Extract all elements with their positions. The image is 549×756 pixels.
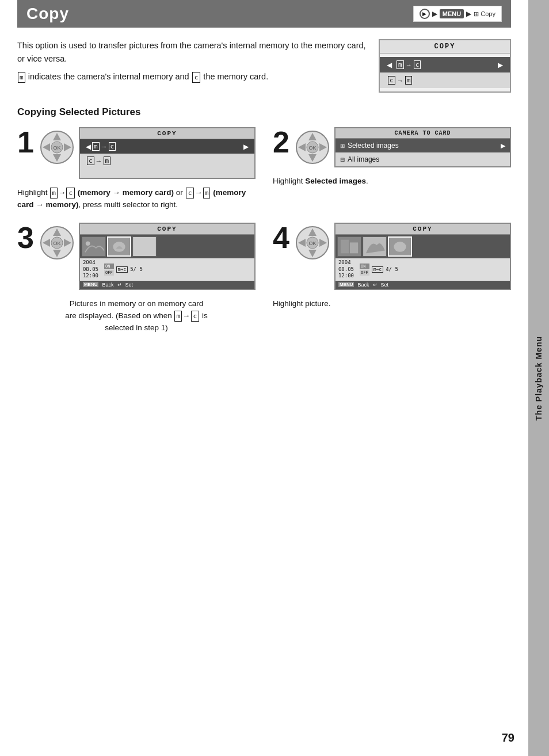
step-3-mem-indicator: m→c <box>116 266 128 273</box>
step-4: 4 OK COPY <box>273 223 511 334</box>
copy-menu-box: COPY ◀ m → c ▶ c → m <box>379 39 511 93</box>
step-4-date: 200408.0512:00 <box>338 259 354 280</box>
menu-icon: MENU <box>440 9 464 18</box>
step-4-dpad: OK <box>295 226 330 260</box>
step-4-screen: COPY 2 <box>334 223 511 290</box>
step-1-item-2: c → m <box>80 154 254 168</box>
step-1-mem: m <box>92 142 100 151</box>
off-btn-3: OFF <box>104 270 114 276</box>
enter-icon-3: ↵ <box>117 282 122 288</box>
copy-menu-item-2: c → m <box>380 72 510 88</box>
step-1-content: OK COPY ◀ m → c ▶ <box>40 127 256 179</box>
on-btn-4: ON <box>360 264 369 269</box>
step-2-item-all: ⊟ All images <box>336 152 510 166</box>
step-1-arrow-l: ◀ <box>86 143 91 151</box>
arrow-right-1: ▶ <box>498 61 503 69</box>
step-2-number: 2 <box>273 127 289 157</box>
copy-menu-item-1: ◀ m → c ▶ <box>380 57 510 72</box>
all-images-label: All images <box>348 155 379 163</box>
intro-section: This option is used to transfer pictures… <box>17 39 511 93</box>
step-4-counter: 4/ 5 <box>386 266 398 272</box>
enter-icon-4: ↵ <box>373 282 378 288</box>
set-label-4: Set <box>381 282 389 288</box>
step-1-card: c <box>109 142 116 151</box>
intro-text: This option is used to transfer pictures… <box>17 39 367 93</box>
menu-btn-3: MENU <box>83 282 99 287</box>
step-2-item-selected: ⊞ Selected images ▶ <box>336 139 510 152</box>
card-symbol: c <box>192 72 201 83</box>
selected-images-label: Selected images <box>348 142 399 150</box>
on-btn-3: ON <box>104 264 114 269</box>
svg-text:OK: OK <box>308 145 316 151</box>
thumb-4-2 <box>363 236 387 257</box>
thumb-4-3 <box>388 236 412 257</box>
section-heading: Copying Selected Pictures <box>17 106 511 118</box>
back-label-3: Back <box>102 282 113 288</box>
step-2-arrow-r: ▶ <box>501 142 505 150</box>
page-title: Copy <box>26 5 69 23</box>
step-2-title: CAMERA TO CARD <box>336 128 510 139</box>
mem-sym-2: m <box>405 76 413 85</box>
svg-rect-35 <box>350 242 358 253</box>
svg-point-22 <box>86 241 90 246</box>
svg-text:OK: OK <box>53 240 60 246</box>
copy-menu-title: COPY <box>380 40 510 54</box>
step-4-number: 4 <box>273 223 289 253</box>
step-3-bottom: MENU Back ↵ Set <box>80 281 254 289</box>
menu-btn-4: MENU <box>338 282 354 287</box>
card-sym-1: c <box>414 60 421 69</box>
mem-sym-1: m <box>396 60 404 69</box>
step-2-content: OK CAMERA TO CARD ⊞ Selected images ▶ ⊟ … <box>295 127 511 167</box>
step-2-screen: CAMERA TO CARD ⊞ Selected images ▶ ⊟ All… <box>334 127 511 167</box>
step-3-number: 3 <box>17 223 34 253</box>
svg-text:OK: OK <box>308 240 316 246</box>
step-4-title: COPY <box>336 224 510 235</box>
step-3: 3 OK COPY <box>17 223 256 334</box>
step-1-dpad: OK <box>40 130 74 165</box>
step-2: 2 OK CAMERA TO C <box>273 127 511 211</box>
thumb-3-3 <box>132 236 157 257</box>
step-3-onoff: ON OFF <box>104 264 114 276</box>
step-1-desc: Highlight m→c (memory → memory card) or … <box>17 187 256 211</box>
all-img-grid-icon: ⊟ <box>340 156 345 163</box>
breadcrumb-arrow2: ▶ <box>466 10 471 18</box>
off-btn-4: OFF <box>360 270 369 276</box>
step-1-number: 1 <box>17 127 34 157</box>
copy-menu-items: ◀ m → c ▶ c → m <box>380 54 510 91</box>
steps-grid: 1 OK <box>17 127 511 334</box>
back-label-4: Back <box>357 282 369 288</box>
step-3-dpad: OK <box>40 226 74 260</box>
sidebar-label: The Playback Menu <box>534 336 543 421</box>
step-4-onoff: ON OFF <box>360 264 369 276</box>
breadcrumb-arrow1: ▶ <box>432 10 437 18</box>
thumb-4-1 <box>337 236 361 257</box>
step-2-dpad: OK <box>295 130 330 165</box>
step-1-header: 1 OK <box>17 127 256 179</box>
step-4-content: OK COPY <box>295 223 511 290</box>
breadcrumb: ▶ ▶ MENU ▶ ⊞ Copy <box>413 6 502 22</box>
step-1-card2: c <box>87 156 94 165</box>
sel-img-grid-icon: ⊞ <box>340 143 345 149</box>
svg-point-38 <box>394 242 406 252</box>
step-4-mem-indicator: m→c <box>372 266 383 273</box>
step-3-thumbnails <box>80 235 254 258</box>
step-3-desc: Pictures in memory or on memory card are… <box>17 298 256 334</box>
header-bar: Copy ▶ ▶ MENU ▶ ⊞ Copy <box>17 0 511 28</box>
step-1: 1 OK <box>17 127 256 211</box>
step-3-screen: COPY 2 <box>79 223 256 290</box>
copy-breadcrumb-label: ⊞ Copy <box>474 10 495 18</box>
step-3-content: OK COPY <box>40 223 256 290</box>
arrow-left-1: ◀ <box>387 61 392 69</box>
step-1-screen: COPY ◀ m → c ▶ c → m <box>79 127 256 179</box>
intro-paragraph2: m indicates the camera's internal memory… <box>17 70 367 83</box>
step-1-arrow-r: ▶ <box>243 143 249 151</box>
step-3-title: COPY <box>80 224 254 235</box>
svg-text:OK: OK <box>53 145 60 151</box>
step-4-info-bar: 200408.0512:00 ON OFF m→c 4/ 5 <box>336 258 510 281</box>
step-3-header: 3 OK COPY <box>17 223 256 290</box>
step-4-bottom: MENU Back ↵ Set <box>336 281 510 289</box>
svg-rect-34 <box>341 240 349 254</box>
memory-symbol: m <box>18 72 25 83</box>
step-4-desc: Highlight picture. <box>273 298 511 310</box>
card-sym-2: c <box>388 76 395 85</box>
